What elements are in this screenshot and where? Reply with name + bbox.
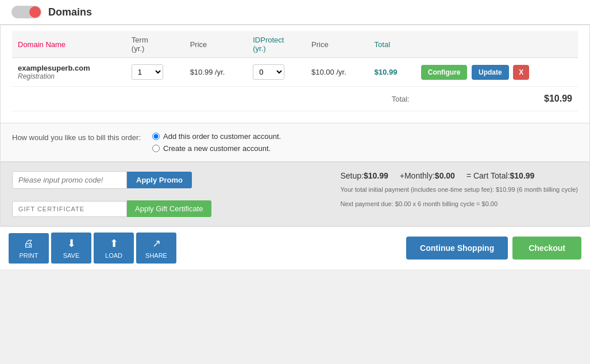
share-label: SHARE <box>145 252 167 259</box>
col-term: Term(yr.) <box>126 31 184 58</box>
apply-promo-button[interactable]: Apply Promo <box>127 172 192 188</box>
promo-left: Apply Promo Apply Gift Certificate <box>12 171 211 217</box>
summary-right: Setup:$10.99 +Monthly:$0.00 = Cart Total… <box>340 171 578 208</box>
save-button[interactable]: ⬇ SAVE <box>51 233 91 264</box>
col-idprotect: IDProtect(yr.) <box>247 31 306 58</box>
setup-item: Setup:$10.99 <box>340 171 388 180</box>
idprotect-price-cell: $10.00 /yr. <box>306 58 369 87</box>
print-label: PRINT <box>20 252 38 259</box>
promo-row: Apply Promo <box>12 171 211 189</box>
promo-gift-section: Apply Promo Apply Gift Certificate Setup… <box>1 162 589 226</box>
footer-bar: 🖨 PRINT ⬇ SAVE ⬆ LOAD ↗ SHARE Continue S… <box>0 226 590 269</box>
cart-total-label: = Cart Total: <box>466 171 510 180</box>
save-label: SAVE <box>63 252 80 259</box>
col-total: Total <box>369 31 415 58</box>
table-row: examplesuperb.com Registration 1 2 3 $10… <box>12 58 578 87</box>
idprotect-select[interactable]: 0 1 <box>253 64 284 80</box>
total-amount-cell: $10.99 <box>415 87 578 111</box>
cart-totals-row: Setup:$10.99 +Monthly:$0.00 = Cart Total… <box>340 171 578 180</box>
checkout-button[interactable]: Checkout <box>512 237 581 260</box>
billing-option2[interactable]: Create a new customer account. <box>152 144 281 153</box>
remove-button[interactable]: X <box>513 65 529 80</box>
promo-input[interactable] <box>12 171 127 189</box>
term-select[interactable]: 1 2 3 <box>132 64 163 80</box>
domain-table-section: Domain Name Term(yr.) Price IDProtect(yr… <box>1 25 589 123</box>
page-title: Domains <box>48 6 92 18</box>
cart-detail1: Your total initial payment (includes one… <box>340 185 578 195</box>
page-header: Domains <box>0 0 590 25</box>
setup-label: Setup: <box>340 171 363 180</box>
billing-label: How would you like us to bill this order… <box>12 132 141 142</box>
total-label: Total: <box>392 95 410 103</box>
continue-shopping-button[interactable]: Continue Shopping <box>406 237 508 260</box>
print-button[interactable]: 🖨 PRINT <box>9 233 49 264</box>
update-button[interactable]: Update <box>472 65 509 80</box>
billing-radio2[interactable] <box>152 145 160 152</box>
promo-and-summary: Apply Promo Apply Gift Certificate Setup… <box>12 171 578 217</box>
price-cell: $10.99 /yr. <box>184 58 248 87</box>
footer-right: Continue Shopping Checkout <box>406 237 581 260</box>
domain-name: examplesuperb.com <box>18 64 120 72</box>
col-price: Price <box>184 31 248 58</box>
print-icon: 🖨 <box>24 238 34 250</box>
billing-options: Add this order to customer account. Crea… <box>152 132 281 153</box>
main-container: Domain Name Term(yr.) Price IDProtect(yr… <box>0 25 590 226</box>
logo-icon <box>11 6 41 18</box>
load-label: LOAD <box>105 252 122 259</box>
domain-name-cell: examplesuperb.com Registration <box>12 58 126 87</box>
load-button[interactable]: ⬆ LOAD <box>94 233 134 264</box>
row-actions: Configure Update X <box>415 58 578 87</box>
monthly-value: $0.00 <box>435 171 455 180</box>
total-spacer <box>12 87 369 111</box>
setup-value: $10.99 <box>364 171 388 180</box>
cart-detail2: Next payment due: $0.00 x 6 month billin… <box>340 199 578 209</box>
load-icon: ⬆ <box>110 237 118 250</box>
idprotect-cell[interactable]: 0 1 <box>247 58 306 87</box>
billing-option1[interactable]: Add this order to customer account. <box>152 132 281 141</box>
monthly-item: +Monthly:$0.00 <box>400 171 455 180</box>
gift-input[interactable] <box>12 201 127 217</box>
total-amount: $10.99 <box>544 94 572 103</box>
gift-row: Apply Gift Certificate <box>12 200 211 217</box>
share-icon: ↗ <box>152 237 161 250</box>
cart-total-value: $10.99 <box>510 171 535 180</box>
billing-section: How would you like us to bill this order… <box>1 123 589 162</box>
billing-option2-label: Create a new customer account. <box>163 144 271 153</box>
total-label-cell: Total: <box>369 87 415 111</box>
domain-table: Domain Name Term(yr.) Price IDProtect(yr… <box>12 31 578 111</box>
apply-gift-button[interactable]: Apply Gift Certificate <box>127 200 211 217</box>
row-total: $10.99 <box>369 58 415 87</box>
monthly-label: +Monthly: <box>400 171 435 180</box>
configure-button[interactable]: Configure <box>421 65 468 80</box>
billing-radio1[interactable] <box>152 133 160 140</box>
term-cell[interactable]: 1 2 3 <box>126 58 184 87</box>
col-domain-name: Domain Name <box>12 31 126 58</box>
domain-registration: Registration <box>18 72 120 80</box>
total-row: Total: $10.99 <box>12 87 578 111</box>
share-button[interactable]: ↗ SHARE <box>136 233 176 264</box>
billing-row: How would you like us to bill this order… <box>12 132 578 153</box>
billing-option1-label: Add this order to customer account. <box>163 132 281 141</box>
save-icon: ⬇ <box>67 237 76 250</box>
col-idprice: Price <box>306 31 369 58</box>
col-actions <box>415 31 578 58</box>
cart-total-item: = Cart Total:$10.99 <box>466 171 534 180</box>
